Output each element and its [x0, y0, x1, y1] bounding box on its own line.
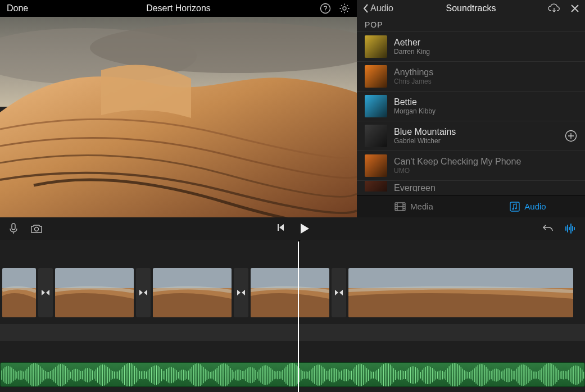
camera-snapshot-icon[interactable]: [30, 224, 43, 234]
timeline-spacer-track: [0, 324, 585, 341]
track-name: Can't Keep Checking My Phone: [394, 156, 521, 167]
svg-rect-8: [510, 202, 519, 211]
svg-point-9: [513, 208, 514, 209]
video-clip[interactable]: [55, 268, 134, 317]
section-label: POP: [357, 17, 585, 31]
skip-back-icon[interactable]: [276, 223, 285, 234]
tab-media-label: Media: [410, 202, 433, 211]
viewer-header: Done Desert Horizons: [0, 0, 357, 17]
transition-icon[interactable]: [234, 268, 248, 317]
video-clip[interactable]: [251, 268, 329, 317]
tab-audio-label: Audio: [524, 202, 546, 211]
track-artist: UMO: [394, 167, 521, 176]
close-icon[interactable]: [570, 4, 579, 13]
svg-point-1: [325, 11, 325, 11]
undo-icon[interactable]: [542, 224, 554, 234]
soundtrack-row[interactable]: BettieMorgan Kibby: [357, 91, 585, 121]
track-name: Bettie: [394, 97, 436, 107]
soundtrack-row[interactable]: AnythingsChris James: [357, 61, 585, 91]
track-list[interactable]: AetherDarren KingAnythingsChris JamesBet…: [357, 31, 585, 195]
track-name: Aether: [394, 37, 430, 48]
track-name: Evergreen: [394, 183, 436, 192]
soundtracks-panel: Audio Soundtracks POP AetherDarren KingA…: [357, 0, 585, 217]
timeline[interactable]: [0, 240, 585, 392]
settings-gear-icon[interactable]: [339, 3, 350, 14]
track-artist: Darren King: [394, 48, 430, 57]
album-art: [365, 125, 387, 147]
back-button[interactable]: Audio: [362, 3, 393, 13]
svg-point-10: [515, 207, 517, 209]
video-clip[interactable]: [2, 268, 36, 317]
track-artist: Gabriel Witcher: [394, 137, 456, 146]
svg-point-2: [343, 7, 346, 10]
svg-rect-11: [12, 224, 15, 230]
video-clip[interactable]: [153, 268, 232, 317]
microphone-icon[interactable]: [9, 223, 18, 234]
transition-icon[interactable]: [38, 268, 53, 317]
transition-icon[interactable]: [332, 268, 346, 317]
soundtrack-row[interactable]: Blue MountainsGabriel Witcher: [357, 121, 585, 151]
play-icon[interactable]: [300, 223, 310, 234]
help-icon[interactable]: [320, 3, 331, 14]
audio-track[interactable]: [0, 362, 585, 387]
track-artist: Chris James: [394, 78, 433, 86]
album-art: [365, 180, 387, 192]
tab-audio[interactable]: Audio: [471, 195, 585, 217]
svg-point-0: [321, 4, 330, 13]
video-clip[interactable]: [348, 268, 573, 317]
audio-waveform-icon[interactable]: [565, 224, 576, 234]
project-title: Desert Horizons: [0, 3, 357, 13]
tab-media[interactable]: Media: [357, 195, 471, 217]
album-art: [365, 154, 387, 177]
svg-point-12: [35, 227, 39, 231]
album-art: [365, 95, 387, 117]
transition-icon[interactable]: [136, 268, 151, 317]
cloud-download-icon[interactable]: [548, 3, 560, 13]
track-name: Anythings: [394, 67, 433, 78]
soundtrack-row[interactable]: AetherDarren King: [357, 31, 585, 61]
done-button[interactable]: Done: [0, 3, 35, 13]
soundtrack-row[interactable]: Evergreen: [357, 180, 585, 192]
track-name: Blue Mountains: [394, 126, 456, 137]
playback-controls: [0, 217, 585, 240]
playhead[interactable]: [298, 240, 299, 392]
add-track-button[interactable]: [565, 130, 577, 142]
soundtrack-row[interactable]: Can't Keep Checking My PhoneUMO: [357, 151, 585, 180]
back-label: Audio: [370, 3, 393, 13]
video-preview[interactable]: [0, 17, 357, 217]
album-art: [365, 35, 387, 58]
track-artist: Morgan Kibby: [394, 107, 436, 116]
album-art: [365, 65, 387, 88]
